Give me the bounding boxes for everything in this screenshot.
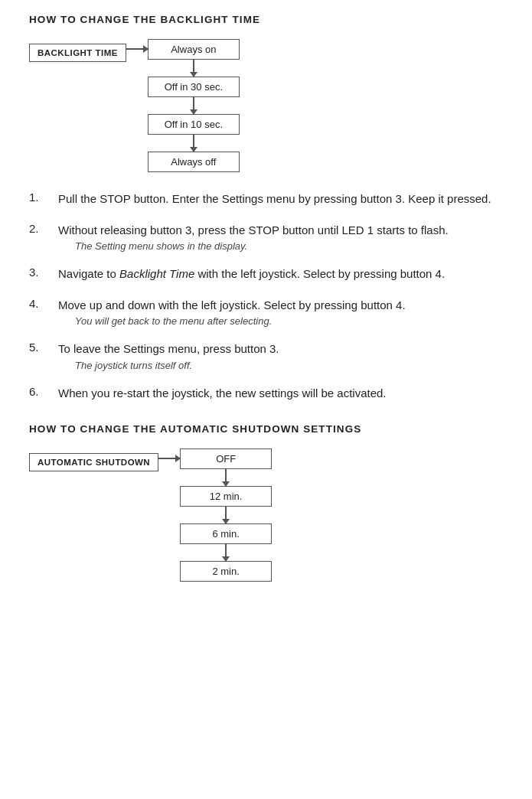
flow-box-always-off: Always off bbox=[148, 152, 240, 172]
shutdown-arrow-down-3 bbox=[225, 544, 227, 561]
step-main-4: Move up and down with the left joystick.… bbox=[58, 297, 503, 315]
step-content-1: Pull the STOP button. Enter the Settings… bbox=[58, 191, 503, 208]
step-item-4: 4. Move up and down with the left joysti… bbox=[29, 297, 503, 328]
steps-list: 1. Pull the STOP button. Enter the Setti… bbox=[29, 191, 503, 402]
step-main-5: To leave the Settings menu, press button… bbox=[58, 341, 503, 358]
shutdown-arrow-line bbox=[158, 458, 180, 459]
flow-box-2min: 2 min. bbox=[180, 561, 272, 582]
step-number-4: 4. bbox=[29, 297, 58, 310]
step-number-2: 2. bbox=[29, 222, 58, 235]
arrow-line bbox=[126, 48, 148, 50]
flow-box-off: OFF bbox=[180, 448, 272, 469]
step-number-6: 6. bbox=[29, 385, 58, 398]
step-number-5: 5. bbox=[29, 341, 58, 354]
shutdown-arrow-down-2 bbox=[225, 507, 227, 523]
flow-box-always-on: Always on bbox=[148, 39, 240, 60]
step-item-1: 1. Pull the STOP button. Enter the Setti… bbox=[29, 191, 503, 208]
step-content-4: Move up and down with the left joystick.… bbox=[58, 297, 503, 328]
shutdown-arrow-horizontal bbox=[158, 458, 180, 459]
step-item-2: 2. Without releasing button 3, press the… bbox=[29, 222, 503, 253]
step-content-3: Navigate to Backlight Time with the left… bbox=[58, 266, 503, 283]
shutdown-arrow-down-1 bbox=[225, 469, 227, 486]
flow-box-off10: Off in 10 sec. bbox=[148, 114, 240, 135]
step-main-6: When you re-start the joystick, the new … bbox=[58, 385, 503, 403]
flow-arrow-horizontal bbox=[126, 48, 148, 50]
step-main-2: Without releasing button 3, press the ST… bbox=[58, 222, 503, 240]
shutdown-flow-diagram: AUTOMATIC SHUTDOWN OFF 12 min. 6 min. 2 … bbox=[29, 448, 503, 582]
shutdown-flow-column: OFF 12 min. 6 min. 2 min. bbox=[180, 448, 272, 582]
section1-title: HOW TO CHANGE THE BACKLIGHT TIME bbox=[29, 14, 503, 25]
backlight-flow-diagram: BACKLIGHT TIME Always on Off in 30 sec. … bbox=[29, 39, 503, 172]
step-content-2: Without releasing button 3, press the ST… bbox=[58, 222, 503, 253]
step-number-1: 1. bbox=[29, 191, 58, 204]
step-sub-2: The Setting menu shows in the display. bbox=[58, 240, 503, 252]
section2-title: HOW TO CHANGE THE AUTOMATIC SHUTDOWN SET… bbox=[29, 423, 503, 435]
step-content-6: When you re-start the joystick, the new … bbox=[58, 385, 503, 403]
step-sub-4: You will get back to the menu after sele… bbox=[58, 315, 503, 327]
shutdown-label-box: AUTOMATIC SHUTDOWN bbox=[29, 453, 158, 471]
flow-box-off30: Off in 30 sec. bbox=[148, 77, 240, 97]
step-item-5: 5. To leave the Settings menu, press but… bbox=[29, 341, 503, 371]
step-main-3: Navigate to Backlight Time with the left… bbox=[58, 266, 503, 283]
backlight-time-italic: Backlight Time bbox=[119, 267, 194, 280]
step-item-3: 3. Navigate to Backlight Time with the l… bbox=[29, 266, 503, 283]
backlight-label-box: BACKLIGHT TIME bbox=[29, 44, 126, 62]
step-sub-5: The joystick turns itself off. bbox=[58, 360, 503, 371]
step-item-6: 6. When you re-start the joystick, the n… bbox=[29, 385, 503, 403]
step-content-5: To leave the Settings menu, press button… bbox=[58, 341, 503, 371]
arrow-down-2 bbox=[193, 97, 194, 114]
step-number-3: 3. bbox=[29, 266, 58, 279]
flow-box-12min: 12 min. bbox=[180, 486, 272, 507]
arrow-down-1 bbox=[193, 60, 194, 77]
backlight-flow-column: Always on Off in 30 sec. Off in 10 sec. … bbox=[148, 39, 240, 172]
arrow-down-3 bbox=[193, 135, 194, 152]
flow-box-6min: 6 min. bbox=[180, 523, 272, 544]
step-main-1: Pull the STOP button. Enter the Settings… bbox=[58, 191, 503, 208]
